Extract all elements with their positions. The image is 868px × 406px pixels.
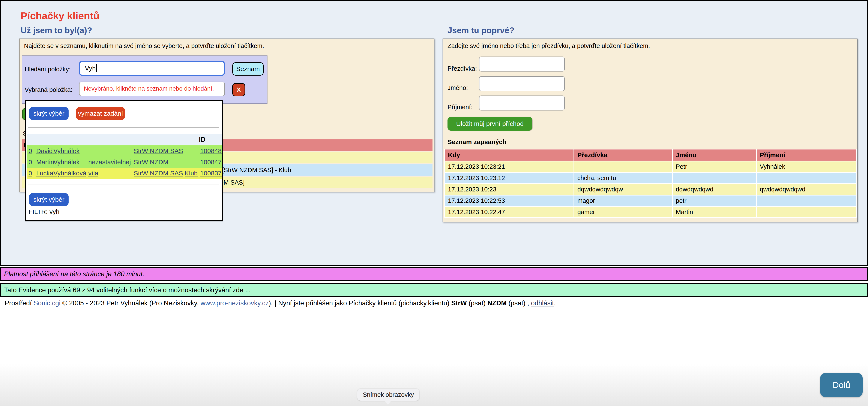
table-row: 17.12.2023 10:23:12 chcha, sem tu <box>445 173 856 183</box>
logout-link[interactable]: odhlásit <box>531 299 554 307</box>
cell-prezdivka: dqwdqwdqwdqw <box>575 184 672 195</box>
cell-jmeno: Petr <box>673 162 756 172</box>
cell-kdy: 17.12.2023 10:22:53 <box>445 196 574 206</box>
col-header-jmeno: Jméno <box>673 149 756 161</box>
table-row: 17.12.2023 10:22:53 magor petr <box>445 196 856 206</box>
footer-text: ). | Nyní jste přihlášen jako Píchačky k… <box>269 299 452 307</box>
footer: Prostředí Sonic.cgi © 2005 - 2023 Petr V… <box>5 299 556 307</box>
nickname-input[interactable] <box>479 57 565 71</box>
cell-kdy: 17.12.2023 10:23 <box>445 184 574 195</box>
results-header-row: ID <box>27 134 222 145</box>
col-header-prezdivka: Přezdívka <box>575 149 672 161</box>
cell-prezdivka: gamer <box>575 207 672 217</box>
surname-input[interactable] <box>479 96 565 110</box>
row-note-link[interactable]: víla <box>88 168 98 179</box>
search-input-value: Vyh <box>85 65 96 72</box>
clear-entry-button[interactable]: vymazat zadání <box>76 107 125 120</box>
text-caret <box>96 64 97 72</box>
left-instruction: Najděte se v seznamu, kliknutím na své j… <box>24 42 264 49</box>
selected-item-field[interactable]: Nevybráno, klikněte na seznam nebo do hl… <box>79 81 225 96</box>
id-column-header: ID <box>199 134 206 145</box>
cell-prezdivka <box>575 162 672 172</box>
row-zero-link[interactable]: 0 <box>29 145 32 157</box>
footer-nzdm-bold: NZDM <box>487 299 507 307</box>
first-visit-panel: Zadejte své jméno nebo třeba jen přezdív… <box>442 38 858 222</box>
left-table-row-text: [StrW NZDM SAS] - Klub <box>222 164 291 176</box>
cell-prijmeni <box>757 207 856 217</box>
search-results-dropdown: skrýt výběr vymazat zadání ID 0 David Vy… <box>25 100 223 222</box>
page-title: Píchačky klientů <box>21 10 99 22</box>
save-first-arrival-button[interactable]: Uložit můj první příchod <box>447 117 532 131</box>
right-section-heading: Jsem tu poprvé? <box>447 26 515 35</box>
table-row: 17.12.2023 10:23:21 Petr Vyhnálek <box>445 162 856 172</box>
cell-kdy: 17.12.2023 10:22:47 <box>445 207 574 217</box>
footer-text: . <box>554 299 556 307</box>
footer-strw-bold: StrW <box>452 299 467 307</box>
cell-prijmeni <box>757 173 856 183</box>
surname-label: Příjmení: <box>447 104 472 111</box>
col-header-prijmeni: Příjmení <box>757 149 856 161</box>
result-row-david[interactable]: 0 David Vyhnálek StrW NZDM SAS 100848 <box>27 145 222 157</box>
left-section-heading: Už jsem to byl(a)? <box>21 26 92 35</box>
cell-prijmeni: qwdqwdqwdqwd <box>757 184 856 195</box>
screenshot-tooltip-text: Snímek obrazovky <box>363 391 414 398</box>
filter-status-text: FILTR: vyh <box>29 208 59 215</box>
cell-prijmeni <box>757 196 856 206</box>
row-id-link[interactable]: 100847 <box>195 157 222 168</box>
row-program-link[interactable]: StrW NZDM SAS <box>134 168 183 179</box>
table-row: 17.12.2023 10:22:47 gamer Martin <box>445 207 856 217</box>
registered-list-title: Seznam zapsaných <box>447 138 506 146</box>
dropdown-divider-bottom <box>28 184 219 185</box>
bottom-background <box>0 364 868 406</box>
hide-selection-button-top[interactable]: skrýt výběr <box>29 107 69 120</box>
footer-text: © 2005 - 2023 Petr Vyhnálek (Pro Nezisko… <box>60 299 200 307</box>
footer-text: (psat) , <box>507 299 531 307</box>
col-header-kdy: Kdy <box>445 149 574 161</box>
tooltip-tail <box>384 400 392 405</box>
row-zero-link[interactable]: 0 <box>29 157 32 168</box>
pro-neziskovky-link[interactable]: www.pro-neziskovky.cz <box>200 299 269 307</box>
row-name-link[interactable]: Martin <box>36 157 54 168</box>
row-program-link[interactable]: StrW NZDM SAS <box>134 145 183 157</box>
row-name-link[interactable]: Lucka <box>36 168 53 179</box>
cell-prezdivka: magor <box>575 196 672 206</box>
cell-jmeno: dqwdqwdqwd <box>673 184 756 195</box>
clear-selection-button[interactable]: X <box>232 83 245 96</box>
main-content-area: Píchačky klientů Už jsem to byl(a)? Jsem… <box>0 0 868 266</box>
search-input[interactable]: Vyh <box>79 61 225 76</box>
row-program-link[interactable]: StrW NZDM <box>134 157 168 168</box>
hiding-options-link[interactable]: více o možnostech skrývání zde ... <box>149 286 251 294</box>
evidence-functions-bar: Tato Evidence používá 69 z 94 volitelnýc… <box>0 283 868 297</box>
scroll-down-button[interactable]: Dolů <box>820 373 863 397</box>
page-canvas: Píchačky klientů Už jsem to byl(a)? Jsem… <box>0 0 868 406</box>
cell-prezdivka: chcha, sem tu <box>575 173 672 183</box>
hide-selection-button-bottom[interactable]: skrýt výběr <box>29 193 69 206</box>
result-row-lucka[interactable]: 0 Lucka Vyhnálková víla StrW NZDM SAS Kl… <box>27 168 222 179</box>
row-note-link[interactable]: nezastavitelnej <box>88 157 131 168</box>
dropdown-divider-top <box>28 127 219 128</box>
evidence-functions-text: Tato Evidence používá 69 z 94 volitelnýc… <box>4 286 149 294</box>
right-instruction: Zadejte své jméno nebo třeba jen přezdív… <box>447 42 650 49</box>
row-surname-link[interactable]: Vyhnálek <box>53 157 80 168</box>
firstname-label: Jméno: <box>447 84 468 92</box>
registered-table: Kdy Přezdívka Jméno Příjmení 17.12.2023 … <box>444 148 857 218</box>
table-row: 17.12.2023 10:23 dqwdqwdqwdqw dqwdqwdqwd… <box>445 184 856 195</box>
row-id-link[interactable]: 100837 <box>195 168 222 179</box>
cell-jmeno: Martin <box>673 207 756 217</box>
nickname-label: Přezdívka: <box>447 65 477 72</box>
session-validity-text: Platnost přihlášení na této stránce je 1… <box>4 270 145 278</box>
list-button[interactable]: Seznam <box>232 62 264 76</box>
firstname-input[interactable] <box>479 76 565 91</box>
row-id-link[interactable]: 100848 <box>195 145 222 157</box>
row-name-link[interactable]: David <box>36 145 53 157</box>
cell-prijmeni: Vyhnálek <box>757 162 856 172</box>
selected-item-label: Vybraná položka: <box>25 86 72 93</box>
row-zero-link[interactable]: 0 <box>29 168 32 179</box>
footer-text: (psat) <box>467 299 487 307</box>
sonic-cgi-link[interactable]: Sonic.cgi <box>33 299 60 307</box>
cell-jmeno <box>673 173 756 183</box>
row-surname-link[interactable]: Vyhnálková <box>53 168 86 179</box>
row-surname-link[interactable]: Vyhnálek <box>53 145 80 157</box>
result-row-martin[interactable]: 0 Martin Vyhnálek nezastavitelnej StrW N… <box>27 157 222 168</box>
session-validity-bar: Platnost přihlášení na této stránce je 1… <box>0 267 868 281</box>
